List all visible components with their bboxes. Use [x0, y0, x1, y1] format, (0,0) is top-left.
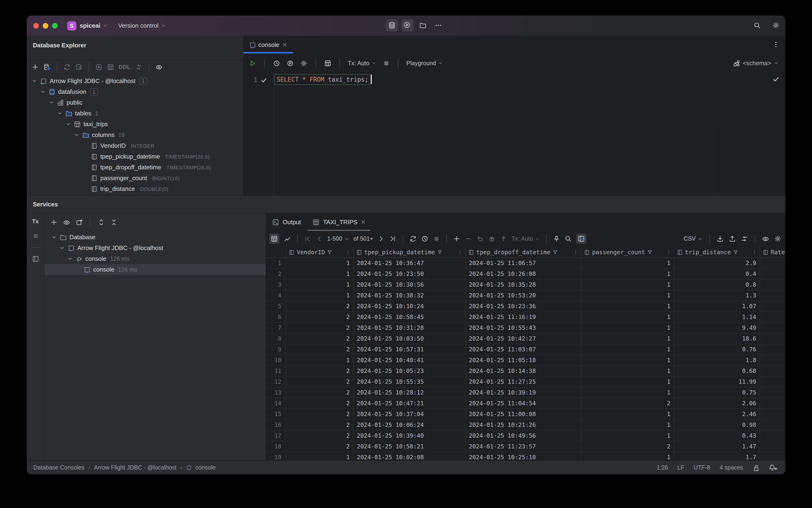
cell[interactable]: 2024-01-25 10:58:21	[354, 441, 465, 452]
cell[interactable]: 2024-01-25 10:35:28	[465, 280, 581, 290]
layout-panel-icon[interactable]	[32, 255, 39, 263]
revert-icon[interactable]	[476, 235, 484, 243]
row-number[interactable]: 16	[266, 420, 286, 430]
title-bar[interactable]: S spiceai Version control	[27, 15, 785, 36]
cell[interactable]: 2024-01-25 10:40:41	[354, 355, 465, 366]
cell[interactable]: 2024-01-25 10:21:26	[465, 420, 581, 430]
refresh-icon[interactable]	[63, 63, 71, 71]
cell[interactable]: 0.8	[674, 280, 760, 290]
database-tool-button[interactable]	[386, 19, 398, 32]
tab-console[interactable]: console ✕	[243, 36, 293, 53]
version-control-menu[interactable]: Version control	[118, 22, 166, 29]
cell[interactable]: 1	[581, 420, 674, 430]
export-icon[interactable]	[728, 235, 736, 243]
tree-item[interactable]: tpep_pickup_datetimeTIMESTAMP(26,6)	[27, 151, 243, 162]
column-header-trip_distance[interactable]: trip_distance	[674, 247, 760, 257]
cell[interactable]	[760, 290, 785, 301]
cell[interactable]: 2024-01-25 10:05:23	[354, 366, 465, 376]
row-number[interactable]: 2	[266, 269, 286, 279]
chevron-down-icon[interactable]	[65, 121, 71, 127]
cell[interactable]: 1	[581, 280, 674, 290]
cell[interactable]: 2	[286, 366, 354, 376]
history-clock-icon[interactable]	[273, 59, 280, 67]
cell[interactable]: 2.9	[674, 258, 760, 268]
row-number[interactable]: 8	[266, 334, 286, 344]
breadcrumb-item[interactable]: Database Consoles	[33, 464, 84, 471]
row-number[interactable]: 17	[266, 431, 286, 441]
submit-icon[interactable]	[488, 235, 496, 243]
add-service-button[interactable]	[50, 218, 58, 226]
cell[interactable]: 0.76	[674, 344, 760, 354]
cell[interactable]: 1	[581, 355, 674, 366]
row-number[interactable]: 18	[266, 441, 286, 452]
open-in-new-tab-icon[interactable]	[76, 218, 83, 226]
tree-item[interactable]: taxi_trips	[27, 119, 243, 129]
breadcrumb-item[interactable]: console	[195, 464, 215, 471]
cell[interactable]: 2	[286, 344, 354, 354]
filter-funnel-icon[interactable]	[647, 249, 652, 255]
chevron-down-icon[interactable]	[57, 110, 63, 116]
settings-gear-icon[interactable]	[772, 22, 780, 29]
pin-tab-icon[interactable]	[553, 235, 560, 243]
row-number[interactable]: 3	[266, 280, 286, 290]
cell[interactable]: 1	[286, 269, 354, 279]
filter-funnel-icon[interactable]	[327, 249, 332, 255]
cell[interactable]: 2024-01-25 10:57:31	[354, 344, 465, 354]
lock-open-icon[interactable]	[753, 464, 760, 472]
cell[interactable]: 1.8	[674, 355, 760, 366]
add-datasource-button[interactable]	[32, 63, 39, 71]
cell[interactable]: 1	[581, 269, 674, 279]
cell[interactable]: 2024-01-25 11:16:19	[465, 312, 581, 322]
previous-page-icon[interactable]	[316, 235, 323, 243]
cell[interactable]: 1	[581, 431, 674, 441]
cell[interactable]: 2.06	[674, 398, 760, 409]
row-number[interactable]: 14	[266, 398, 286, 409]
cell[interactable]	[760, 387, 785, 398]
schema-selector[interactable]: <schema>	[733, 59, 779, 67]
cell[interactable]: 2024-01-25 11:00:08	[465, 409, 581, 419]
cell[interactable]: 1	[581, 377, 674, 387]
cell[interactable]: 9.49	[674, 323, 760, 333]
cell[interactable]	[760, 377, 785, 387]
cell[interactable]: 1	[581, 334, 674, 344]
cell[interactable]: 2	[286, 301, 354, 311]
cell[interactable]: 2024-01-25 10:25:10	[465, 452, 581, 460]
editor-options-kebab-icon[interactable]	[772, 41, 780, 48]
cell[interactable]: 2024-01-25 10:14:38	[465, 366, 581, 376]
cell[interactable]: 2	[286, 312, 354, 322]
page-size-selector[interactable]: 1-500	[327, 236, 349, 242]
cell[interactable]: 1	[581, 301, 674, 311]
tree-item[interactable]: tables1	[27, 108, 243, 119]
cell[interactable]	[760, 355, 785, 366]
cell[interactable]	[760, 398, 785, 409]
tree-item[interactable]: passenger_countBIGINT(19)	[27, 173, 243, 183]
cell[interactable]: 2024-01-25 10:28:12	[354, 387, 465, 398]
cell[interactable]: 2024-01-25 10:30:56	[354, 280, 465, 290]
project-files-button[interactable]	[417, 19, 429, 32]
cell[interactable]: 0.68	[674, 366, 760, 376]
cell[interactable]: 0.4	[674, 269, 760, 279]
view-options-eye-icon[interactable]	[63, 218, 70, 226]
tx-mode-selector[interactable]: Tx: Auto	[348, 60, 376, 67]
cell[interactable]	[760, 441, 785, 452]
tree-item[interactable]: console126 ms	[45, 253, 266, 264]
filter-funnel-icon[interactable]	[552, 249, 558, 255]
cell[interactable]: 1	[286, 280, 354, 290]
cell[interactable]: 2024-01-25 10:23:50	[354, 269, 465, 279]
cell[interactable]: 2024-01-25 11:04:54	[465, 398, 581, 409]
tree-item[interactable]: datafusion1	[27, 86, 243, 97]
cell[interactable]: 2024-01-25 11:03:07	[465, 344, 581, 354]
cell[interactable]: 2	[581, 398, 674, 409]
cell[interactable]: 2	[286, 398, 354, 409]
cell[interactable]	[760, 366, 785, 376]
row-number[interactable]: 1	[266, 258, 286, 268]
grid-corner-cell[interactable]	[266, 247, 286, 257]
close-tab-icon[interactable]: ✕	[282, 42, 287, 48]
tree-item[interactable]: Arrow Flight JDBC - @localhost1	[27, 76, 243, 86]
chart-view-icon[interactable]	[284, 235, 291, 243]
cell[interactable]: 2	[286, 323, 354, 333]
cell[interactable]: 2024-01-25 10:02:08	[354, 452, 465, 460]
search-icon[interactable]	[753, 22, 761, 29]
cell[interactable]	[760, 301, 785, 311]
cell[interactable]: 1.7	[674, 452, 760, 460]
